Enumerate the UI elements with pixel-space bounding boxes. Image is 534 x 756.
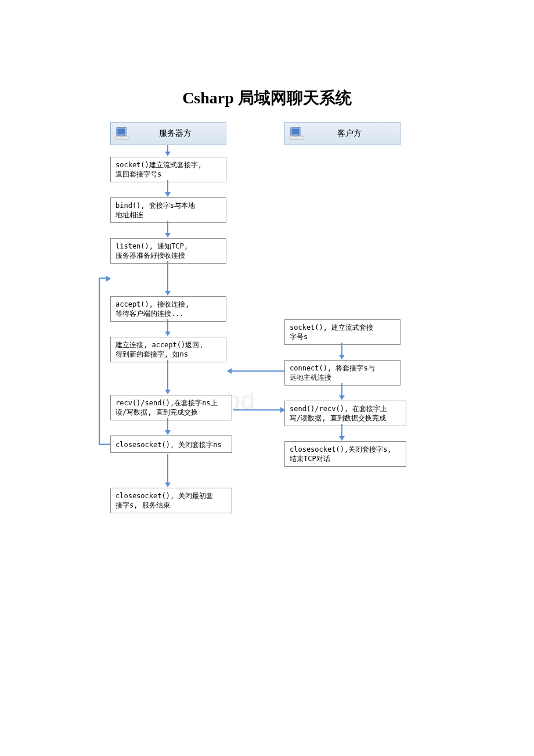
flowchart-diagram: 服务器方 客户方 socket()建立流式套接字,返回套接字号s bind(),… — [99, 122, 447, 563]
svg-rect-7 — [294, 136, 297, 137]
computer-icon — [288, 126, 305, 141]
arrow-down — [341, 383, 342, 399]
client-header: 客户方 — [284, 122, 400, 145]
arrow-down — [167, 145, 168, 156]
computer-icon — [114, 126, 131, 141]
server-step-connected: 建立连接, accept()返回,得到新的套接字, 如ns — [110, 337, 226, 362]
svg-rect-2 — [116, 136, 130, 139]
client-step-connect: connect(), 将套接字s与远地主机连接 — [284, 360, 400, 386]
server-step-listen: listen(), 通知TCP,服务器准备好接收连接 — [110, 238, 226, 264]
server-header-label: 服务器方 — [135, 128, 226, 139]
svg-rect-6 — [290, 136, 304, 139]
client-header-label: 客户方 — [309, 128, 400, 139]
connect-line — [228, 370, 284, 372]
svg-rect-5 — [291, 128, 300, 135]
server-step-accept: accept(), 接收连接,等待客户端的连接... — [110, 296, 226, 322]
server-step-close-s: closesocket(), 关闭最初套接字s, 服务结束 — [110, 488, 232, 513]
arrow-down — [167, 418, 168, 434]
arrow-down — [167, 180, 168, 196]
arrow-down — [167, 261, 168, 295]
arrow-down — [341, 424, 342, 440]
server-step-close-ns: closesocket(), 关闭套接字ns — [110, 435, 232, 453]
svg-rect-1 — [117, 128, 125, 135]
server-header: 服务器方 — [110, 122, 226, 145]
document-title: Csharp 局域网聊天系统 — [0, 87, 534, 109]
client-step-socket: socket(), 建立流式套接字号s — [284, 319, 400, 345]
arrow-down — [167, 319, 168, 336]
svg-rect-3 — [120, 136, 123, 137]
server-step-bind: bind(), 套接字s与本地地址相连 — [110, 197, 226, 223]
arrow-down — [167, 454, 168, 487]
client-step-sendrecv: send()/recv(), 在套接字上写/读数据, 直到数据交换完成 — [284, 401, 406, 426]
client-step-close: closesocket(),关闭套接字s,结束TCP对话 — [284, 441, 406, 467]
arrow-down — [341, 343, 342, 359]
loop-arrow — [99, 278, 110, 445]
server-step-socket: socket()建立流式套接字,返回套接字号s — [110, 157, 226, 182]
arrow-down — [167, 360, 168, 394]
arrow-down — [167, 221, 168, 237]
data-exchange-line — [233, 409, 284, 411]
server-step-recvsend: recv()/send(),在套接字ns上读/写数据, 直到完成交换 — [110, 395, 232, 420]
